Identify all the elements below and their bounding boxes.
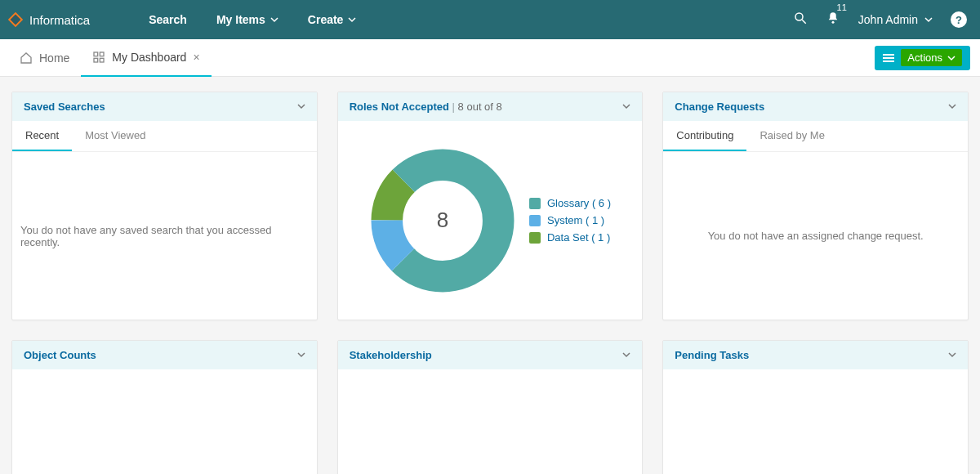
empty-text: You do not have an assigned change reque… [708, 230, 924, 242]
hamburger-icon [883, 54, 894, 62]
svg-line-3 [802, 20, 806, 24]
dashboard-grid: Saved Searches Recent Most Viewed You do… [0, 77, 980, 474]
tab-contributing[interactable]: Contributing [663, 121, 746, 151]
nav-my-items-label: My Items [216, 13, 265, 26]
tab-most-viewed[interactable]: Most Viewed [72, 121, 158, 151]
svg-point-4 [831, 21, 834, 24]
collapse-icon[interactable] [948, 349, 956, 361]
card-header: Stakeholdership [338, 341, 643, 369]
tab-home-label: Home [39, 51, 69, 65]
svg-rect-7 [94, 58, 98, 62]
nav-create-label: Create [308, 13, 344, 26]
card-title: Saved Searches [24, 101, 105, 113]
brand[interactable]: Informatica [5, 11, 98, 29]
collapse-icon[interactable] [622, 349, 630, 361]
card-title: Roles Not Accepted [350, 101, 449, 113]
help-icon[interactable]: ? [951, 11, 967, 28]
collapse-icon[interactable] [948, 101, 956, 113]
collapse-icon[interactable] [622, 101, 630, 113]
card-header: Change Requests [663, 92, 968, 121]
search-icon[interactable] [793, 11, 808, 29]
nav-icons: 11 John Admin ? [793, 11, 972, 29]
card-header: Roles Not Accepted | 8 out of 8 [338, 92, 643, 121]
card-object-counts: Object Counts Role9Glossary6People2 [11, 340, 318, 474]
donut-legend: Glossary ( 6 ) System ( 1 ) Data Set ( 1… [529, 197, 611, 244]
card-header: Pending Tasks [663, 341, 968, 369]
tab-raised-by-me[interactable]: Raised by Me [746, 121, 837, 151]
nav-create[interactable]: Create [293, 0, 372, 39]
legend-label: System ( 1 ) [547, 214, 604, 226]
card-title: Pending Tasks [675, 349, 749, 361]
card-change-requests: Change Requests Contributing Raised by M… [662, 92, 969, 320]
legend-label: Glossary ( 6 ) [547, 197, 611, 209]
card-title: Object Counts [24, 349, 96, 361]
brand-logo-icon [7, 11, 24, 29]
card-stakeholdership: Stakeholdership Glossary6System1 [337, 340, 644, 474]
actions-label: Actions [907, 51, 942, 64]
tab-recent[interactable]: Recent [12, 121, 72, 151]
card-tabs: Recent Most Viewed [12, 121, 317, 152]
actions-button[interactable]: Actions [875, 46, 970, 70]
legend-dataset[interactable]: Data Set ( 1 ) [529, 231, 611, 244]
svg-rect-5 [94, 52, 98, 56]
card-subtitle: 8 out of 8 [458, 101, 502, 113]
card-header: Object Counts [12, 341, 317, 369]
card-header: Saved Searches [12, 92, 317, 121]
card-saved-searches: Saved Searches Recent Most Viewed You do… [11, 92, 318, 320]
user-name: John Admin [858, 13, 918, 26]
chevron-down-icon [348, 16, 356, 24]
chevron-down-icon [947, 54, 956, 62]
notifications-badge: 11 [837, 2, 847, 12]
card-title: Change Requests [675, 101, 764, 113]
donut-center-value: 8 [369, 147, 516, 294]
dashboard-icon [92, 51, 105, 64]
empty-text: You do not have any saved search that yo… [20, 224, 309, 248]
nav-items: Search My Items Create [134, 0, 371, 39]
tab-dashboard-label: My Dashboard [112, 51, 186, 64]
notifications-icon[interactable]: 11 [826, 11, 840, 29]
legend-glossary[interactable]: Glossary ( 6 ) [529, 197, 611, 209]
nav-search[interactable]: Search [134, 0, 202, 39]
user-menu[interactable]: John Admin [858, 13, 933, 26]
legend-system[interactable]: System ( 1 ) [529, 214, 611, 226]
collapse-icon[interactable] [297, 349, 305, 361]
card-body: 8 Glossary ( 6 ) System ( 1 ) Data Set (… [338, 121, 643, 320]
svg-point-2 [795, 13, 803, 20]
svg-rect-6 [100, 52, 105, 56]
nav-search-label: Search [149, 13, 187, 26]
home-icon [20, 51, 33, 65]
tab-home[interactable]: Home [8, 39, 81, 77]
tab-dashboard[interactable]: My Dashboard × [81, 39, 211, 77]
page-tabs: Home My Dashboard × Actions [0, 39, 980, 77]
collapse-icon[interactable] [297, 101, 305, 113]
card-roles-not-accepted: Roles Not Accepted | 8 out of 8 8 Glossa… [337, 92, 644, 320]
brand-name: Informatica [29, 13, 90, 27]
card-title: Stakeholdership [350, 349, 432, 361]
close-icon[interactable]: × [193, 51, 199, 64]
nav-my-items[interactable]: My Items [202, 0, 293, 39]
card-pending-tasks: Pending Tasks You do not have any pendin… [662, 340, 969, 474]
top-nav: Informatica Search My Items Create 11 Jo… [0, 0, 980, 39]
card-tabs: Contributing Raised by Me [663, 121, 968, 152]
card-body: Glossary6System1 [338, 369, 643, 474]
card-body: You do not have any pending task. [663, 369, 968, 474]
chevron-down-icon [924, 16, 933, 24]
svg-rect-8 [100, 58, 105, 62]
legend-label: Data Set ( 1 ) [547, 231, 610, 244]
chevron-down-icon [270, 16, 278, 24]
card-body: You do not have any saved search that yo… [12, 152, 317, 320]
card-body: Role9Glossary6People2 [12, 369, 317, 474]
card-body: You do not have an assigned change reque… [663, 152, 968, 320]
donut-chart: 8 [369, 147, 516, 294]
